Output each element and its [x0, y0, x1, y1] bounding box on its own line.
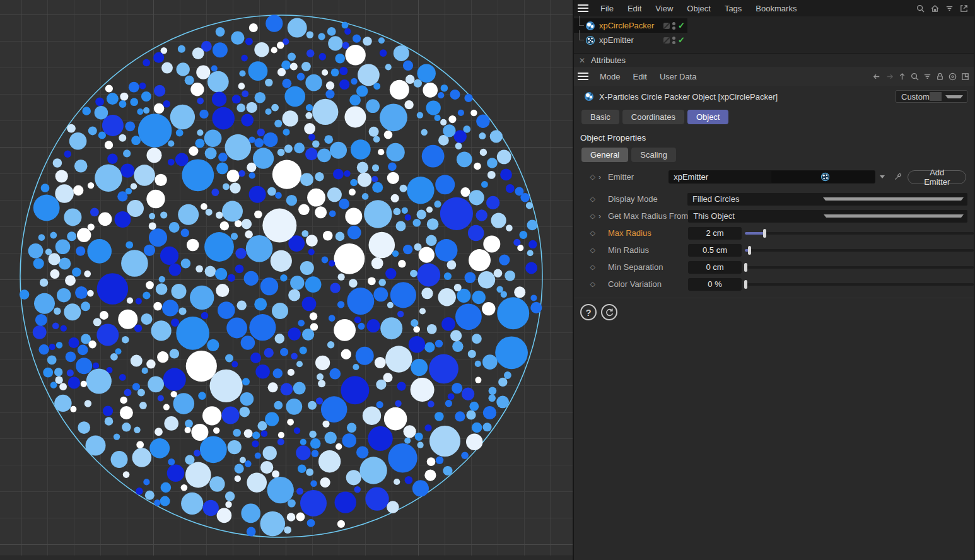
param-label: Color Variation [608, 279, 662, 289]
slider-handle[interactable] [763, 229, 766, 238]
history-forward-icon[interactable] [885, 72, 894, 81]
right-panel: File Edit View Object Tags Bookmarks [574, 0, 974, 560]
viewport-bottom-edge [0, 556, 573, 560]
help-icon[interactable]: ? [580, 304, 597, 320]
tab-scaling[interactable]: Scaling [631, 148, 676, 162]
keyframe-diamond-icon[interactable]: ◇ [574, 263, 595, 271]
min-separation-input[interactable]: 0 cm [688, 261, 742, 274]
eyedropper-icon[interactable] [894, 172, 902, 182]
slider-track[interactable] [745, 232, 974, 235]
keyframe-diamond-icon[interactable]: ◇ [574, 173, 595, 181]
reset-icon[interactable] [601, 304, 617, 320]
expand-chevron-icon[interactable]: › [598, 173, 605, 182]
section-title: Object Properties [574, 127, 974, 145]
slider-handle[interactable] [748, 246, 751, 255]
param-label: Get Max Radius From [608, 211, 688, 221]
up-level-icon[interactable] [897, 72, 907, 81]
param-color-variation: ◇ Color Variation 0 % [574, 276, 974, 293]
menu-mode[interactable]: Mode [593, 72, 627, 81]
visibility-dots-icon[interactable] [672, 37, 675, 44]
search-icon[interactable] [916, 4, 925, 13]
object-name[interactable]: xpCirclePacker [599, 21, 663, 30]
menu-file[interactable]: File [593, 4, 621, 13]
tab-coordinates[interactable]: Coordinates [622, 110, 684, 124]
divider [930, 92, 942, 101]
emitter-link-value: xpEmitter [668, 172, 771, 182]
param-get-max-radius-from: ◇ › Get Max Radius From This Object [574, 207, 974, 225]
menu-hamburger-icon[interactable] [578, 4, 588, 12]
xpcirclepacker-icon [585, 21, 595, 31]
track-focus-icon[interactable] [948, 72, 957, 81]
slider-track[interactable] [745, 266, 974, 269]
xpcirclepacker-header-icon [584, 91, 594, 102]
visibility-dots-icon[interactable] [672, 22, 675, 30]
keyframe-diamond-icon[interactable]: ◇ [574, 195, 595, 203]
max-radius-input[interactable]: 2 cm [688, 227, 742, 240]
color-variation-slider[interactable] [745, 280, 974, 289]
emitter-link-field[interactable]: xpEmitter [668, 170, 875, 184]
keyframe-diamond-icon[interactable]: ◇ [574, 280, 595, 288]
menu-tags[interactable]: Tags [718, 4, 749, 13]
enabled-check-icon[interactable]: ✓ [678, 36, 685, 44]
attributes-hamburger-icon[interactable] [578, 73, 588, 80]
filter-icon[interactable] [945, 4, 954, 13]
3d-viewport[interactable] [0, 0, 574, 560]
menu-object[interactable]: Object [680, 4, 718, 13]
attr-search-icon[interactable] [910, 72, 920, 81]
linked-object-icon-box[interactable] [771, 171, 874, 183]
tab-object[interactable]: Object [687, 110, 729, 124]
keyframe-diamond-icon[interactable]: ◇ [574, 229, 595, 237]
tab-basic[interactable]: Basic [581, 110, 619, 124]
panel-empty-area [574, 320, 974, 560]
main-menubar: File Edit View Object Tags Bookmarks [574, 0, 974, 16]
param-label: Min Radius [608, 245, 649, 255]
object-name[interactable]: xpEmitter [599, 35, 663, 45]
min-separation-slider[interactable] [745, 263, 974, 272]
slider-track[interactable] [745, 249, 974, 252]
keyframe-diamond-icon[interactable]: ◇ [574, 246, 595, 254]
object-row-xpcirclepacker[interactable]: xpCirclePacker ✓ [574, 18, 687, 33]
menu-bookmarks[interactable]: Bookmarks [749, 4, 803, 13]
get-max-radius-value: This Object [688, 211, 823, 221]
min-radius-input[interactable]: 0.5 cm [688, 244, 742, 257]
expand-chevron-icon[interactable]: › [598, 212, 605, 221]
param-display-mode: ◇ Display Mode Filled Circles [574, 190, 974, 207]
object-row-xpemitter[interactable]: xpEmitter ✓ [574, 33, 687, 47]
layer-toggle-icon[interactable] [663, 23, 670, 29]
min-radius-slider[interactable] [745, 246, 974, 255]
circle-pack-canvas[interactable] [0, 0, 574, 560]
display-mode-dropdown[interactable]: Filled Circles [687, 193, 967, 206]
object-title: X-Particles Circle Packer Object [xpCirc… [599, 92, 778, 102]
layer-toggle-icon[interactable] [663, 37, 670, 44]
param-label: Max Radius [608, 228, 651, 238]
get-max-radius-dropdown[interactable]: This Object [688, 210, 967, 223]
add-emitter-button[interactable]: Add Emitter [908, 170, 966, 184]
attr-filter-icon[interactable] [923, 72, 932, 81]
display-mode-value: Filled Circles [687, 194, 823, 204]
max-radius-slider[interactable] [745, 229, 974, 238]
tree-line [579, 16, 584, 26]
home-icon[interactable] [930, 4, 940, 13]
preset-dropdown[interactable]: Custom [896, 90, 967, 103]
param-min-separation: ◇ Min Separation 0 cm [574, 259, 974, 276]
open-new-window-icon[interactable] [959, 4, 969, 13]
menu-user-data[interactable]: User Data [653, 72, 703, 81]
close-icon[interactable]: ✕ [574, 56, 591, 65]
link-options-caret-icon[interactable] [880, 175, 885, 178]
color-variation-input[interactable]: 0 % [688, 278, 742, 291]
menu-view[interactable]: View [648, 4, 680, 13]
attr-new-window-icon[interactable] [960, 72, 970, 81]
slider-handle[interactable] [744, 263, 747, 272]
lock-icon[interactable] [935, 72, 945, 81]
menu-edit[interactable]: Edit [621, 4, 648, 13]
menu-attr-edit[interactable]: Edit [627, 72, 653, 81]
slider-track[interactable] [745, 283, 974, 286]
preset-value: Custom [896, 92, 930, 102]
history-back-icon[interactable] [872, 72, 882, 81]
keyframe-diamond-icon[interactable]: ◇ [574, 212, 595, 220]
tab-general[interactable]: General [581, 148, 628, 162]
slider-handle[interactable] [744, 280, 747, 289]
param-label: Emitter [608, 172, 634, 182]
xpemitter-mini-icon [820, 172, 830, 182]
enabled-check-icon[interactable]: ✓ [678, 21, 685, 30]
